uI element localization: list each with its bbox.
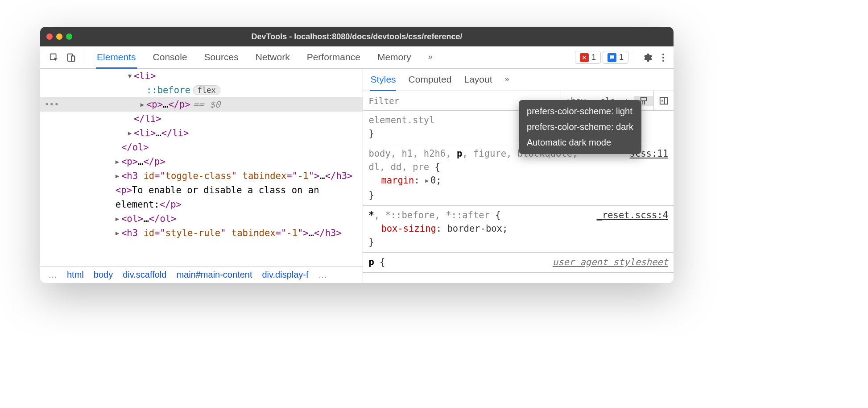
main-toolbar: Elements Console Sources Network Perform…: [40, 46, 674, 69]
breadcrumb-more-right[interactable]: …: [318, 270, 327, 280]
menu-item-auto-dark[interactable]: Automatic dark mode: [519, 135, 641, 150]
dom-tree-row[interactable]: ::beforeflex: [40, 83, 363, 97]
error-icon: ✕: [580, 53, 589, 62]
error-count: 1: [591, 53, 596, 62]
elements-panel: ▼<li>::beforeflex•••▶<p>…</p>== $0</li>▶…: [40, 69, 363, 283]
more-menu-icon[interactable]: [657, 50, 670, 65]
dom-tree-row[interactable]: ▶<p>…</p>: [40, 154, 363, 169]
menu-item-prefers-light[interactable]: prefers-color-scheme: light: [519, 104, 641, 119]
tab-performance[interactable]: Performance: [306, 46, 361, 69]
dom-tree-row[interactable]: ▶<li>…</li>: [40, 126, 363, 140]
styles-sub-tabs: Styles Computed Layout »: [363, 69, 674, 91]
messages-count-badge[interactable]: 1: [603, 51, 628, 64]
toolbar-separator: [84, 52, 84, 63]
dom-tree-row[interactable]: <p>To enable or disable a class on an el…: [40, 183, 363, 212]
tab-elements[interactable]: Elements: [96, 46, 137, 69]
breadcrumb-item[interactable]: div.scaffold: [123, 270, 166, 280]
window-controls: [46, 33, 72, 40]
window-titlebar: DevTools - localhost:8080/docs/devtools/…: [40, 27, 674, 46]
dom-tree-row[interactable]: ▶<ol>…</ol>: [40, 212, 363, 226]
menu-item-prefers-dark[interactable]: prefers-color-scheme: dark: [519, 119, 641, 135]
tab-network[interactable]: Network: [255, 46, 291, 69]
rendering-emulations-menu: prefers-color-scheme: light prefers-colo…: [519, 100, 641, 154]
css-declaration[interactable]: margin: ▶0;: [368, 174, 668, 188]
breadcrumb: … html body div.scaffold main#main-conte…: [40, 266, 363, 283]
style-rule[interactable]: user agent stylesheetp {: [363, 253, 674, 273]
window-minimize-button[interactable]: [56, 33, 62, 40]
tabs-overflow-icon[interactable]: »: [427, 46, 434, 69]
tab-console[interactable]: Console: [152, 46, 188, 69]
dom-tree-row[interactable]: </ol>: [40, 140, 363, 154]
error-count-badge[interactable]: ✕ 1: [575, 51, 601, 64]
breadcrumb-item[interactable]: body: [94, 270, 113, 280]
tab-memory[interactable]: Memory: [376, 46, 412, 69]
dom-tree-row[interactable]: ▼<li>: [40, 69, 363, 83]
breadcrumb-item[interactable]: div.display-f: [262, 270, 308, 280]
settings-gear-icon[interactable]: [640, 50, 655, 65]
messages-icon: [608, 53, 616, 62]
style-rule[interactable]: _reset.scss:4*, *::before, *::after {box…: [363, 206, 674, 253]
dom-tree-row[interactable]: •••▶<p>…</p>== $0: [40, 97, 363, 112]
breadcrumb-more-left[interactable]: …: [48, 270, 57, 280]
styles-panel: Styles Computed Layout » :hov .cls +: [363, 69, 674, 283]
rule-source-link[interactable]: _reset.scss:4: [597, 208, 668, 222]
window-title: DevTools - localhost:8080/docs/devtools/…: [40, 32, 674, 42]
sub-tabs-overflow-icon[interactable]: »: [505, 69, 509, 91]
breadcrumb-item[interactable]: main#main-content: [176, 270, 252, 280]
device-toggle-icon[interactable]: [63, 50, 79, 65]
css-declaration[interactable]: box-sizing: border-box;: [368, 222, 668, 235]
breadcrumb-item[interactable]: html: [67, 270, 84, 280]
sub-tab-computed[interactable]: Computed: [409, 69, 452, 91]
window-close-button[interactable]: [46, 33, 53, 40]
window-maximize-button[interactable]: [66, 33, 72, 40]
dom-tree[interactable]: ▼<li>::beforeflex•••▶<p>…</p>== $0</li>▶…: [40, 69, 363, 266]
dom-tree-row[interactable]: ▶<h3 id="style-rule" tabindex="-1">…</h3…: [40, 226, 363, 240]
tab-sources[interactable]: Sources: [203, 46, 240, 69]
main-tabs: Elements Console Sources Network Perform…: [90, 46, 573, 68]
svg-rect-4: [660, 97, 668, 104]
sub-tab-layout[interactable]: Layout: [464, 69, 492, 91]
svg-rect-2: [71, 56, 74, 61]
user-agent-stylesheet-label: user agent stylesheet: [553, 255, 668, 269]
computed-sidebar-toggle-icon[interactable]: [654, 96, 674, 106]
dom-tree-row[interactable]: </li>: [40, 112, 363, 126]
devtools-window: DevTools - localhost:8080/docs/devtools/…: [40, 27, 674, 283]
dom-tree-row[interactable]: ▶<h3 id="toggle-class" tabindex="-1">…</…: [40, 169, 363, 183]
messages-count: 1: [619, 53, 624, 62]
sub-tab-styles[interactable]: Styles: [370, 69, 396, 91]
toolbar-separator: [634, 52, 634, 63]
inspect-element-icon[interactable]: [46, 50, 62, 65]
